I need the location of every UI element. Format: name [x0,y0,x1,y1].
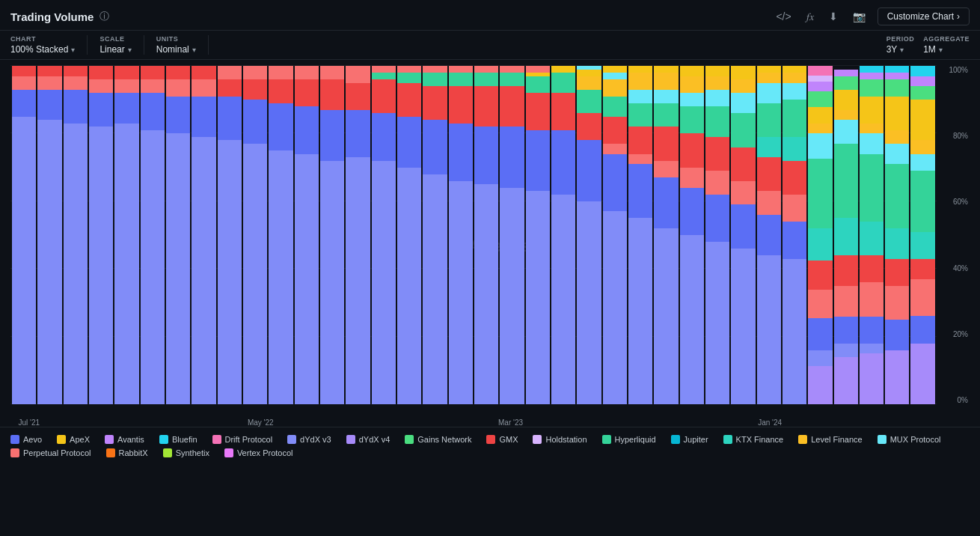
bar-segment [680,188,704,235]
bar-segment [680,76,704,94]
bar-segment [218,140,242,404]
bar-group [372,66,396,404]
legend-color-swatch [163,448,172,457]
bar-segment [757,255,781,404]
bar-segment [808,290,832,318]
bar-stack [603,66,627,404]
toolbar: CHART 100% Stacked ▾ SCALE Linear ▾ UNIT… [0,31,980,60]
bar-segment [910,100,934,140]
bar-segment [346,83,370,110]
bar-segment [680,133,704,167]
bar-segment [320,110,344,161]
bar-segment [295,66,319,79]
bar-group [295,66,319,404]
bar-segment [12,90,36,117]
bar-segment [628,66,652,73]
period-dropdown[interactable]: 3Y ▾ [886,44,904,55]
scale-selector: SCALE Linear ▾ [99,35,144,55]
code-icon[interactable]: </> [773,9,794,24]
bar-stack [526,66,550,404]
bar-segment [808,82,832,91]
formula-icon[interactable]: 𝑓𝑥 [803,9,817,25]
bar-segment [808,91,832,107]
bar-segment [166,79,190,97]
scale-dropdown[interactable]: Linear ▾ [99,44,131,55]
bar-stack [166,66,190,404]
x-label-jan24: Jan '24 [758,418,782,427]
bar-segment [628,73,652,90]
legend-item: Holdstation [533,435,587,444]
bar-segment [860,282,883,316]
bar-segment [397,66,421,73]
bar-segment [192,79,215,97]
bar-stack [654,66,678,404]
x-label-may22: May '22 [248,418,274,427]
bar-stack [860,66,883,404]
bar-segment [89,66,113,79]
bar-group [577,66,601,404]
legend-color-swatch [224,448,233,457]
bar-segment [423,86,447,120]
bar-stack [141,66,165,404]
aggregate-dropdown[interactable]: 1M ▾ [923,44,943,55]
bar-segment [12,76,36,90]
legend-color-swatch [159,435,168,444]
legend-label: MUX Protocol [890,435,941,444]
bar-segment [834,218,858,255]
bar-group [500,66,524,404]
bar-segment [680,93,704,106]
bar-segment [705,242,729,404]
bar-segment [783,83,806,100]
bar-group [114,66,138,404]
chart-type-dropdown[interactable]: 100% Stacked ▾ [10,44,75,55]
bar-segment [783,73,806,83]
bar-segment [731,113,755,147]
bar-segment [860,222,883,255]
bar-segment [680,106,704,133]
bar-segment [654,90,678,103]
bar-segment [372,79,396,113]
bar-group [474,66,498,404]
units-selector: UNITS Nominal ▾ [156,35,209,55]
bar-segment [808,350,832,366]
bar-segment [577,90,601,114]
bar-group [269,66,293,404]
legend-color-swatch [533,435,542,444]
bar-stack [320,66,344,404]
bar-group [12,66,36,404]
bar-segment [551,93,575,130]
bar-segment [603,211,627,404]
bar-segment [474,184,498,404]
units-dropdown[interactable]: Nominal ▾ [156,44,196,55]
bar-segment [705,195,729,242]
bar-segment [346,66,370,83]
bar-segment [783,66,806,73]
bar-segment [910,259,934,279]
bar-segment [449,124,473,181]
chart-container: 100% 80% 60% 40% 20% 0% ⊛Artemis Jul '21… [10,66,970,427]
bar-group [783,66,806,404]
info-icon[interactable]: ⓘ [99,10,109,23]
customize-chart-button[interactable]: Customize Chart › [878,7,970,25]
bar-segment [526,66,550,73]
camera-icon[interactable]: 📷 [850,9,869,24]
bar-segment [834,120,858,144]
legend-item: Bluefin [159,435,197,444]
bar-segment [910,316,934,343]
bar-segment [397,117,421,168]
bar-segment [731,249,755,404]
download-icon[interactable]: ⬇ [826,9,841,24]
legend-color-swatch [723,435,732,444]
bar-segment [397,168,421,404]
bar-segment [166,66,190,79]
bar-segment [500,66,524,73]
bar-segment [885,164,909,228]
legend-color-swatch [486,435,495,444]
bar-group [910,66,934,404]
legend-item: ApeX [57,435,90,444]
bar-segment [243,144,267,404]
bar-group [526,66,550,404]
legend-item: Vertex Protocol [224,448,293,457]
legend-color-swatch [105,435,114,444]
bar-segment [114,93,138,124]
